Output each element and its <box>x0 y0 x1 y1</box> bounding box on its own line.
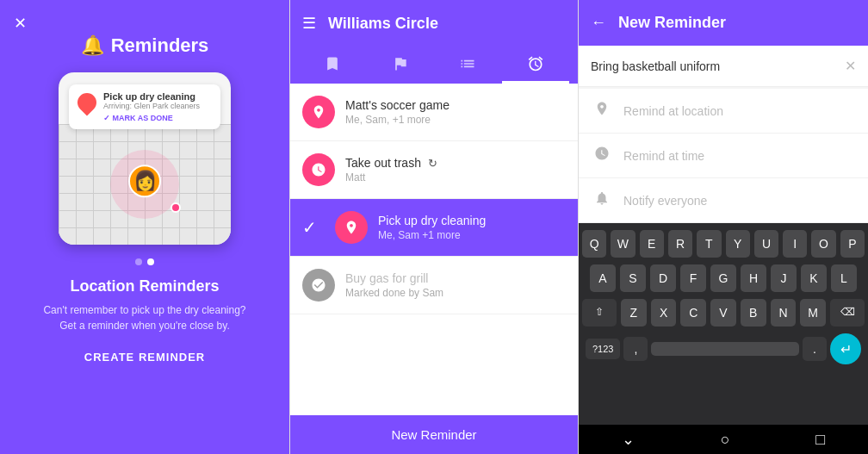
back-nav-icon[interactable]: ⌄ <box>622 430 635 449</box>
notify-everyone-option[interactable]: Notify everyone <box>579 178 868 223</box>
delete-key[interactable]: ⌫ <box>830 299 865 327</box>
key-b[interactable]: B <box>741 299 766 327</box>
keyboard-row-3: ⇧ Z X C V B N M ⌫ <box>582 299 865 327</box>
period-key[interactable]: . <box>803 337 827 361</box>
key-k[interactable]: K <box>801 264 827 292</box>
num-key[interactable]: ?123 <box>586 339 620 359</box>
check-icon: ✓ <box>302 217 317 238</box>
key-t[interactable]: T <box>697 230 721 258</box>
recent-nav-icon[interactable]: □ <box>815 431 825 449</box>
time-icon <box>592 146 611 165</box>
list-item[interactable]: ✓ Pick up dry cleaning Me, Sam +1 more <box>290 199 578 257</box>
key-s[interactable]: S <box>620 264 646 292</box>
close-button[interactable]: ✕ <box>14 14 27 33</box>
dot-2[interactable] <box>147 258 154 265</box>
item-title: Buy gas for grill <box>345 271 443 285</box>
panel1-title: 🔔 Reminders <box>81 34 209 57</box>
location-pin-icon <box>335 211 368 244</box>
shift-key[interactable]: ⇧ <box>582 299 617 327</box>
dot-1[interactable] <box>135 258 142 265</box>
notify-everyone-label: Notify everyone <box>623 194 707 208</box>
panel-new-reminder: ← New Reminder ✕ Remind at location Remi… <box>579 0 868 454</box>
keyboard-row-2: A S D F G H J K L <box>582 264 865 292</box>
key-i[interactable]: I <box>783 230 807 258</box>
key-n[interactable]: N <box>771 299 797 327</box>
list-item[interactable]: Buy gas for grill Marked done by Sam <box>290 257 578 314</box>
check-circle-icon <box>302 269 335 302</box>
back-button[interactable]: ← <box>591 14 606 32</box>
key-j[interactable]: J <box>771 264 797 292</box>
key-l[interactable]: L <box>831 264 857 292</box>
key-v[interactable]: V <box>710 299 736 327</box>
panel-location-reminders: ✕ 🔔 Reminders Pick up dry cleaning Arriv… <box>0 0 289 454</box>
clear-input-button[interactable]: ✕ <box>845 58 856 74</box>
remind-at-location-option[interactable]: Remind at location <box>579 89 868 134</box>
key-h[interactable]: H <box>741 264 766 292</box>
nav-bar: ⌄ ○ □ <box>579 425 868 454</box>
mark-done-button[interactable]: ✓ MARK AS DONE <box>103 114 212 122</box>
list-item-text: Take out trash ↻ Matt <box>345 156 437 183</box>
key-x[interactable]: X <box>651 299 677 327</box>
item-title: Take out trash ↻ <box>345 156 437 170</box>
panel2-header: ☰ Williams Circle <box>290 0 578 47</box>
key-f[interactable]: F <box>680 264 706 292</box>
notification-text: Pick up dry cleaning Arriving: Glen Park… <box>103 91 212 122</box>
key-y[interactable]: Y <box>726 230 750 258</box>
key-m[interactable]: M <box>800 299 826 327</box>
key-a[interactable]: A <box>590 264 616 292</box>
list-item[interactable]: Matt's soccer game Me, Sam, +1 more <box>290 84 578 141</box>
key-c[interactable]: C <box>680 299 706 327</box>
keyboard-bottom-row: ?123 , . ↵ <box>582 333 865 368</box>
phone-mockup: Pick up dry cleaning Arriving: Glen Park… <box>59 72 231 245</box>
keyboard-row-1: Q W E R T Y U I O P <box>582 230 865 258</box>
item-title: Pick up dry cleaning <box>378 214 486 227</box>
notification-title: Pick up dry cleaning <box>103 91 212 102</box>
item-title: Matt's soccer game <box>345 98 450 112</box>
home-nav-icon[interactable]: ○ <box>721 431 730 449</box>
map-background: 👩 <box>59 124 231 245</box>
location-icon <box>592 101 611 121</box>
reminder-input-area: ✕ <box>579 46 868 87</box>
item-subtitle: Me, Sam, +1 more <box>345 114 450 126</box>
key-g[interactable]: G <box>710 264 736 292</box>
comma-key[interactable]: , <box>623 337 648 361</box>
panel1-subtitle: Can't remember to pick up the dry cleani… <box>22 302 266 333</box>
reminder-options: Remind at location Remind at time Notify… <box>579 89 868 223</box>
remind-at-time-option[interactable]: Remind at time <box>579 134 868 178</box>
tab-flag[interactable] <box>367 47 435 84</box>
clock-icon <box>302 153 335 186</box>
item-subtitle: Marked done by Sam <box>345 287 443 299</box>
tab-bookmark[interactable] <box>299 47 367 84</box>
enter-key[interactable]: ↵ <box>830 333 861 364</box>
menu-icon[interactable]: ☰ <box>302 14 316 33</box>
avatar: 👩 <box>128 165 161 197</box>
create-reminder-button[interactable]: CREATE REMINDER <box>84 351 205 364</box>
item-subtitle: Matt <box>345 171 437 183</box>
tab-alarm[interactable] <box>502 47 570 84</box>
panel3-title: New Reminder <box>618 14 726 32</box>
key-o[interactable]: O <box>811 230 835 258</box>
list-item[interactable]: Take out trash ↻ Matt <box>290 141 578 199</box>
avatar-icon: 👩 <box>133 170 157 192</box>
key-e[interactable]: E <box>640 230 664 258</box>
new-reminder-button[interactable]: New Reminder <box>290 415 578 454</box>
panel1-app-name: Reminders <box>111 34 209 57</box>
key-q[interactable]: Q <box>582 230 606 258</box>
page-indicators <box>135 258 154 265</box>
key-r[interactable]: R <box>668 230 692 258</box>
key-z[interactable]: Z <box>621 299 647 327</box>
panel-williams-circle: ☰ Williams Circle Matt's soccer game Me,… <box>289 0 579 454</box>
tab-bar <box>290 47 578 84</box>
tab-list[interactable] <box>434 47 502 84</box>
reminder-list: Matt's soccer game Me, Sam, +1 more Take… <box>290 84 578 415</box>
location-pin-icon <box>73 89 100 115</box>
remind-time-label: Remind at time <box>623 149 704 163</box>
key-d[interactable]: D <box>650 264 676 292</box>
key-w[interactable]: W <box>611 230 635 258</box>
panel2-title: Williams Circle <box>328 15 438 33</box>
keyboard: Q W E R T Y U I O P A S D F G H J K L ⇧ … <box>579 223 868 425</box>
key-u[interactable]: U <box>754 230 778 258</box>
space-key[interactable] <box>651 342 799 356</box>
key-p[interactable]: P <box>840 230 865 258</box>
reminder-text-input[interactable] <box>591 59 838 73</box>
